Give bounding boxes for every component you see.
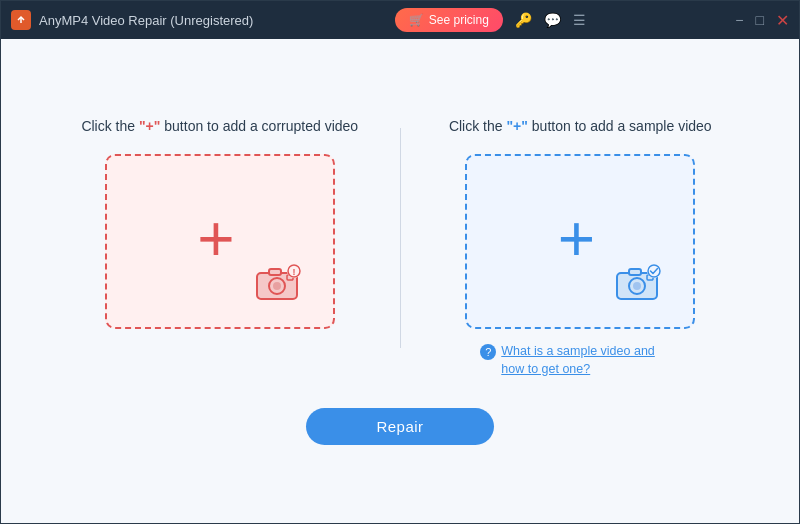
- corrupted-panel-title: Click the "+" button to add a corrupted …: [81, 117, 358, 137]
- sample-panel-title: Click the "+" button to add a sample vid…: [449, 117, 712, 137]
- svg-text:!: !: [292, 267, 295, 277]
- sample-video-help-link[interactable]: ? What is a sample video and how to get …: [480, 343, 680, 378]
- main-content: Click the "+" button to add a corrupted …: [1, 39, 799, 523]
- titlebar-center: 🛒 See pricing 🔑 💬 ☰: [395, 8, 586, 32]
- sample-camera-icon: [613, 261, 665, 305]
- app-title: AnyMP4 Video Repair (Unregistered): [39, 13, 253, 28]
- minimize-button[interactable]: −: [735, 12, 743, 28]
- window-controls: − □ ✕: [735, 11, 789, 30]
- close-button[interactable]: ✕: [776, 11, 789, 30]
- repair-button[interactable]: Repair: [306, 408, 493, 445]
- app-window: AnyMP4 Video Repair (Unregistered) 🛒 See…: [0, 0, 800, 524]
- panels-container: Click the "+" button to add a corrupted …: [40, 117, 760, 379]
- chat-icon[interactable]: 💬: [544, 12, 561, 28]
- svg-point-3: [273, 282, 281, 290]
- key-icon[interactable]: 🔑: [515, 12, 532, 28]
- see-pricing-button[interactable]: 🛒 See pricing: [395, 8, 503, 32]
- corrupted-camera-icon: !: [253, 261, 305, 305]
- cart-icon: 🛒: [409, 13, 424, 27]
- corrupted-video-dropzone[interactable]: +: [105, 154, 335, 329]
- repair-button-container: Repair: [306, 408, 493, 445]
- corrupted-add-icon: +: [197, 207, 234, 271]
- sample-video-dropzone[interactable]: +: [465, 154, 695, 329]
- corrupted-plus-label: "+": [139, 118, 160, 134]
- app-icon: [11, 10, 31, 30]
- svg-point-11: [633, 282, 641, 290]
- titlebar: AnyMP4 Video Repair (Unregistered) 🛒 See…: [1, 1, 799, 39]
- menu-icon[interactable]: ☰: [573, 12, 586, 28]
- sample-video-panel: Click the "+" button to add a sample vid…: [401, 117, 761, 379]
- svg-rect-4: [269, 269, 281, 275]
- help-icon: ?: [480, 344, 496, 360]
- corrupted-video-panel: Click the "+" button to add a corrupted …: [40, 117, 400, 330]
- sample-add-icon: +: [558, 207, 595, 271]
- sample-plus-label: "+": [506, 118, 527, 134]
- titlebar-left: AnyMP4 Video Repair (Unregistered): [11, 10, 253, 30]
- maximize-button[interactable]: □: [756, 12, 764, 28]
- svg-rect-12: [629, 269, 641, 275]
